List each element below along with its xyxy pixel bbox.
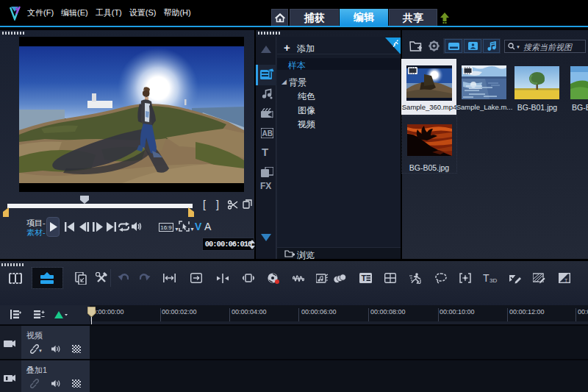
- svg-text:AB: AB: [262, 129, 273, 138]
- svg-text:T: T: [362, 274, 367, 282]
- svg-text:T: T: [483, 273, 490, 283]
- svg-text:3D: 3D: [490, 277, 497, 283]
- svg-text:T: T: [564, 278, 568, 283]
